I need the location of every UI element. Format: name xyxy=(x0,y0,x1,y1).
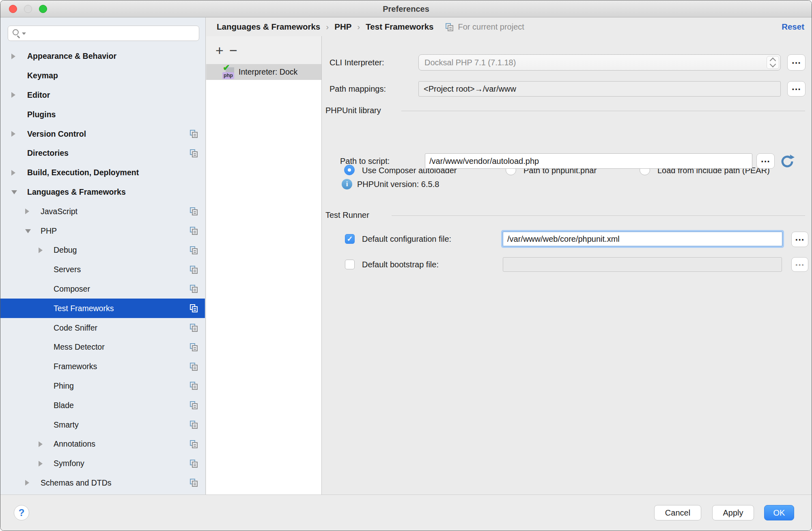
expand-arrow-icon[interactable] xyxy=(11,54,15,59)
sidebar-item-composer[interactable]: Composer xyxy=(0,279,205,299)
cli-interpreter-value: Docksal PHP 7.1 (7.1.18) xyxy=(424,58,516,67)
apply-button[interactable]: Apply xyxy=(712,505,754,520)
search-input[interactable] xyxy=(28,27,196,40)
remove-interpreter-button[interactable]: − xyxy=(226,43,240,57)
sidebar-item-build-execution-deployment[interactable]: Build, Execution, Deployment xyxy=(0,163,205,183)
interpreters-list-panel: + − ✔ php Interpreter: Dock xyxy=(206,36,322,494)
section-divider xyxy=(392,215,805,216)
info-icon: i xyxy=(342,179,352,189)
title-bar: Preferences xyxy=(0,0,812,17)
per-project-icon xyxy=(190,478,198,487)
sidebar-item-debug[interactable]: Debug xyxy=(0,241,205,260)
per-project-icon xyxy=(190,420,198,429)
test-frameworks-form: CLI Interpreter: Docksal PHP 7.1 (7.1.18… xyxy=(322,36,812,494)
breadcrumb-separator: › xyxy=(326,22,329,32)
breadcrumb: Languages & Frameworks › PHP › Test Fram… xyxy=(206,17,812,36)
section-divider xyxy=(401,111,805,111)
sidebar-item-languages-frameworks[interactable]: Languages & Frameworks xyxy=(0,183,205,202)
per-project-icon xyxy=(190,343,198,351)
list-toolbar: + − xyxy=(206,36,321,64)
breadcrumb-separator: › xyxy=(357,22,360,32)
per-project-icon xyxy=(190,362,198,371)
sidebar-item-annotations[interactable]: Annotations xyxy=(0,434,205,454)
reset-link[interactable]: Reset xyxy=(782,22,804,32)
path-to-script-label: Path to script: xyxy=(340,153,390,169)
search-icon xyxy=(13,29,19,35)
settings-sidebar: Appearance & Behavior Keymap Editor Plug… xyxy=(0,17,206,494)
dialog-footer: ? Cancel Apply OK xyxy=(0,494,812,531)
stepper-icon[interactable] xyxy=(767,56,779,69)
sidebar-item-mess-detector[interactable]: Mess Detector xyxy=(0,338,205,357)
sidebar-item-keymap[interactable]: Keymap xyxy=(0,66,205,86)
cli-interpreter-browse-button[interactable]: ... xyxy=(787,54,806,71)
sidebar-item-blade[interactable]: Blade xyxy=(0,396,205,415)
collapse-arrow-icon[interactable] xyxy=(25,229,31,233)
default-configuration-checkbox[interactable]: ✓ xyxy=(345,234,355,244)
expand-arrow-icon[interactable] xyxy=(11,131,15,137)
per-project-icon xyxy=(190,381,198,390)
sidebar-item-version-control[interactable]: Version Control xyxy=(0,124,205,144)
sidebar-item-plugins[interactable]: Plugins xyxy=(0,105,205,124)
per-project-icon xyxy=(190,459,198,468)
php-interpreter-icon: ✔ php xyxy=(222,66,235,79)
sidebar-item-editor[interactable]: Editor xyxy=(0,86,205,105)
path-mappings-field[interactable]: <Project root>→/var/www xyxy=(418,81,781,97)
per-project-icon xyxy=(190,284,198,293)
sidebar-item-servers[interactable]: Servers xyxy=(0,260,205,279)
sidebar-item-smarty[interactable]: Smarty xyxy=(0,415,205,434)
per-project-icon xyxy=(190,440,198,448)
sidebar-item-frameworks[interactable]: Frameworks xyxy=(0,357,205,376)
per-project-icon xyxy=(190,207,198,215)
cancel-button[interactable]: Cancel xyxy=(654,505,701,520)
default-bootstrap-browse-button[interactable]: ... xyxy=(791,257,808,272)
help-button[interactable]: ? xyxy=(14,505,29,520)
scope-indicator: For current project xyxy=(446,22,524,32)
search-options-caret-icon[interactable] xyxy=(22,32,26,35)
sidebar-item-code-sniffer[interactable]: Code Sniffer xyxy=(0,318,205,338)
add-interpreter-button[interactable]: + xyxy=(213,43,226,57)
interpreter-list-item[interactable]: ✔ php Interpreter: Dock xyxy=(206,64,321,80)
expand-arrow-icon[interactable] xyxy=(11,92,15,98)
expand-arrow-icon[interactable] xyxy=(11,170,15,176)
per-project-icon xyxy=(190,304,198,312)
sidebar-item-appearance-behavior[interactable]: Appearance & Behavior xyxy=(0,47,205,66)
settings-tree: Appearance & Behavior Keymap Editor Plug… xyxy=(0,47,205,492)
breadcrumb-php[interactable]: PHP xyxy=(334,22,351,32)
expand-arrow-icon[interactable] xyxy=(25,480,29,486)
cli-interpreter-label: CLI Interpreter: xyxy=(330,54,384,71)
sidebar-item-directories[interactable]: Directories xyxy=(0,144,205,163)
expand-arrow-icon[interactable] xyxy=(39,247,43,253)
breadcrumb-test-frameworks[interactable]: Test Frameworks xyxy=(366,22,433,32)
default-bootstrap-input xyxy=(503,257,782,272)
preferences-window: Preferences Appearance & Behavior Keymap… xyxy=(0,0,812,531)
reload-phpunit-version-icon[interactable] xyxy=(779,154,795,169)
path-to-script-input[interactable] xyxy=(425,153,752,169)
default-bootstrap-checkbox[interactable] xyxy=(345,260,355,269)
search-box[interactable] xyxy=(8,26,199,41)
path-mappings-label: Path mappings: xyxy=(330,81,386,97)
sidebar-item-php[interactable]: PHP xyxy=(0,221,205,241)
per-project-icon xyxy=(190,149,198,157)
default-configuration-label: Default configuration file: xyxy=(362,232,451,246)
cli-interpreter-select[interactable]: Docksal PHP 7.1 (7.1.18) xyxy=(418,54,781,71)
default-configuration-browse-button[interactable]: ... xyxy=(791,232,808,247)
checkmark-icon: ✓ xyxy=(347,235,353,243)
per-project-icon xyxy=(190,226,198,235)
default-configuration-input[interactable] xyxy=(503,232,782,246)
expand-arrow-icon[interactable] xyxy=(39,441,43,447)
breadcrumb-languages-frameworks[interactable]: Languages & Frameworks xyxy=(217,22,320,32)
expand-arrow-icon[interactable] xyxy=(39,461,43,467)
ok-button[interactable]: OK xyxy=(764,505,794,520)
sidebar-item-symfony[interactable]: Symfony xyxy=(0,454,205,473)
sidebar-item-javascript[interactable]: JavaScript xyxy=(0,202,205,221)
sidebar-item-test-frameworks[interactable]: Test Frameworks xyxy=(0,299,205,318)
expand-arrow-icon[interactable] xyxy=(25,209,29,214)
sidebar-item-schemas-and-dtds[interactable]: Schemas and DTDs xyxy=(0,473,205,493)
per-project-icon xyxy=(190,323,198,332)
phpunit-version-note: PHPUnit version: 6.5.8 xyxy=(357,179,439,189)
path-mappings-browse-button[interactable]: ... xyxy=(787,81,806,97)
sidebar-item-phing[interactable]: Phing xyxy=(0,376,205,396)
default-configuration-input-focus-ring xyxy=(501,230,784,248)
path-to-script-browse-button[interactable]: ... xyxy=(756,153,775,169)
collapse-arrow-icon[interactable] xyxy=(11,190,17,194)
